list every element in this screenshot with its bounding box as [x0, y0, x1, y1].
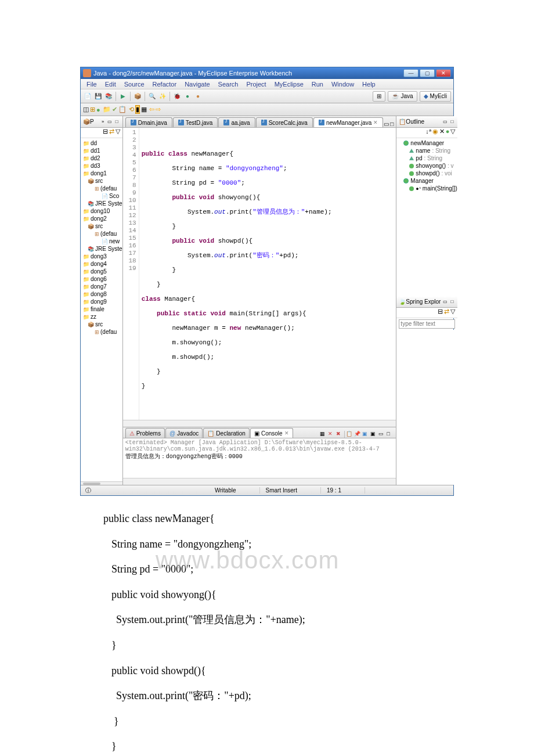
console-max-icon[interactable]: □	[387, 431, 394, 438]
minimize-button[interactable]: —	[403, 69, 418, 77]
tab-javadoc[interactable]: @Javadoc	[165, 428, 203, 438]
tab-scorecalc[interactable]: ScoreCalc.java	[256, 117, 313, 127]
tab-newmanager[interactable]: newManager.java ✕	[313, 117, 383, 127]
open-perspective-icon[interactable]: ⊞	[373, 91, 385, 102]
tab-aa[interactable]: aa.java	[218, 117, 255, 127]
tab-problems[interactable]: ⚠Problems	[125, 428, 165, 438]
spring-content	[396, 330, 457, 485]
code-content[interactable]: public class newManager{ String name = "…	[139, 128, 396, 420]
nav-fwd-icon[interactable]: ⇨	[156, 106, 161, 113]
tb-icon-8[interactable]: ▮	[135, 105, 140, 114]
tb-icon-6[interactable]: 📋	[118, 106, 127, 113]
menu-window[interactable]: Window	[328, 80, 358, 88]
menu-refactor[interactable]: Refactor	[149, 80, 181, 88]
bottom-tabs: ⚠Problems @Javadoc 📋Declaration ▣Console…	[123, 427, 396, 438]
debug-icon[interactable]: 🐞	[172, 92, 182, 101]
link-editor-icon[interactable]: ⇄	[109, 128, 114, 138]
spring-filter-input[interactable]	[399, 319, 455, 329]
outline-filter-icon[interactable]: ✕	[439, 128, 445, 138]
menu-project[interactable]: Project	[243, 80, 269, 88]
spring-collapse-icon[interactable]: ⊟	[438, 308, 443, 318]
menu-myeclipse[interactable]: MyEclipse	[271, 80, 307, 88]
menu-source[interactable]: Source	[121, 80, 148, 88]
console-remove-icon[interactable]: ✕	[328, 431, 335, 438]
new-icon[interactable]: 📄	[83, 92, 92, 101]
project-dd: dd	[82, 139, 122, 147]
menu-search[interactable]: Search	[215, 80, 242, 88]
code-editor[interactable]: 12345678910111213141516171819 public cla…	[123, 128, 396, 420]
save-all-icon[interactable]: 📚	[104, 92, 113, 101]
console-scrollbar[interactable]	[123, 478, 396, 485]
tab-dmain[interactable]: Dmain.java	[125, 117, 172, 127]
spring-max-icon[interactable]: □	[449, 298, 455, 305]
editor-max-icon[interactable]: □	[390, 121, 394, 127]
outline-sort-icon[interactable]: ↓ᵃ	[425, 128, 431, 138]
maximize-button[interactable]: ▢	[420, 69, 435, 77]
spring-explorer-tab[interactable]: 🍃Spring Explor ▭□	[396, 296, 457, 308]
console-display-icon[interactable]: ▣	[362, 431, 369, 438]
method-icon	[409, 186, 414, 191]
statusbar: ⓘ Writable Smart Insert 19 : 1	[81, 485, 453, 495]
console-pin-icon[interactable]: 📌	[354, 431, 361, 438]
project-dong10: dong10	[82, 207, 122, 215]
ext-tools-icon[interactable]: ●	[193, 92, 203, 101]
wizard-icon[interactable]: ✨	[158, 92, 167, 101]
console-removeall-icon[interactable]: ✖	[336, 431, 343, 438]
dong1-jre: JRE Syste	[82, 200, 122, 207]
spring-link-icon[interactable]: ⇄	[444, 308, 449, 318]
outline-tab[interactable]: 📋Outline ▭□	[396, 116, 457, 128]
tb-icon-3[interactable]: ●	[96, 106, 100, 113]
spring-min-icon[interactable]: ▭	[442, 298, 448, 305]
menu-navigate[interactable]: Navigate	[181, 80, 213, 88]
project-tree[interactable]: dd dd1 dd2 dd3 dong1 src (defau Sco JRE …	[81, 138, 122, 481]
perspective-myeclipse[interactable]: ◆MyEcli	[420, 91, 451, 102]
project-dong7: dong7	[82, 283, 122, 290]
tb-icon-4[interactable]: 📁	[103, 106, 111, 113]
outline-hide-icon[interactable]: ◉	[432, 128, 438, 138]
tb-icon-5[interactable]: ✔	[112, 106, 117, 113]
launch-icon[interactable]: ▶	[118, 92, 128, 101]
tb-icon-2[interactable]: ⊞	[90, 106, 95, 113]
collapse-all-icon[interactable]: ⊟	[103, 128, 108, 138]
tab-declaration[interactable]: 📋Declaration	[203, 428, 250, 438]
tb-icon-1[interactable]: ◫	[83, 106, 89, 113]
tab-console[interactable]: ▣Console ✕	[250, 428, 293, 438]
tree-scrollbar[interactable]	[81, 481, 122, 485]
console-clear-icon[interactable]: ▦	[320, 431, 327, 438]
outline-min-icon[interactable]: ▭	[442, 118, 448, 125]
console-scroll-icon[interactable]: 📋	[346, 431, 353, 438]
menu-help[interactable]: Help	[359, 80, 379, 88]
console-min-icon[interactable]: ▭	[378, 431, 385, 438]
menu-run[interactable]: Run	[308, 80, 327, 88]
editor-min-icon[interactable]: ▭	[384, 121, 389, 127]
menu-edit[interactable]: Edit	[102, 80, 120, 88]
dong1-sco-file: Sco	[82, 192, 122, 200]
spring-menu-icon[interactable]: ▽	[450, 308, 455, 318]
view-menu-icon[interactable]: ▽	[116, 128, 120, 138]
editor-tabs: Dmain.java TestD.java aa.java ScoreCalc.…	[123, 116, 396, 128]
minimize-icon[interactable]: ▭	[107, 118, 113, 125]
outline-max-icon[interactable]: □	[449, 118, 455, 125]
package-icon[interactable]: 📦	[133, 92, 142, 101]
window-title: Java - dong2/src/newManager.java - MyEcl…	[93, 70, 403, 77]
console-output[interactable]: <terminated> Manager [Java Application] …	[123, 438, 396, 478]
tb-icon-9[interactable]: ▦	[141, 106, 147, 113]
outline-focus-icon[interactable]: ●	[446, 128, 450, 138]
menu-file[interactable]: File	[83, 80, 100, 88]
titlebar[interactable]: Java - dong2/src/newManager.java - MyEcl…	[81, 67, 453, 79]
tb-icon-7[interactable]: ⟲	[129, 106, 134, 113]
close-button[interactable]: ✕	[436, 69, 451, 77]
search-icon[interactable]: 🔍	[147, 92, 157, 101]
save-icon[interactable]: 💾	[93, 92, 103, 101]
tab-close-icon[interactable]: ✕	[373, 120, 378, 125]
outline-menu-icon[interactable]: ▽	[450, 128, 455, 138]
nav-back-icon[interactable]: ⇦	[149, 106, 154, 113]
maximize-icon[interactable]: □	[114, 118, 120, 125]
console-open-icon[interactable]: ▣	[370, 431, 377, 438]
package-explorer-tab[interactable]: 📦P »▭□	[81, 116, 122, 128]
outline-tree[interactable]: newManager name: String pd: String showy…	[396, 138, 457, 296]
tab-testd[interactable]: TestD.java	[173, 117, 218, 127]
perspective-java[interactable]: ☕Java	[388, 91, 417, 102]
editor-scrollbar[interactable]	[123, 420, 396, 427]
run-icon[interactable]: ●	[183, 92, 192, 101]
